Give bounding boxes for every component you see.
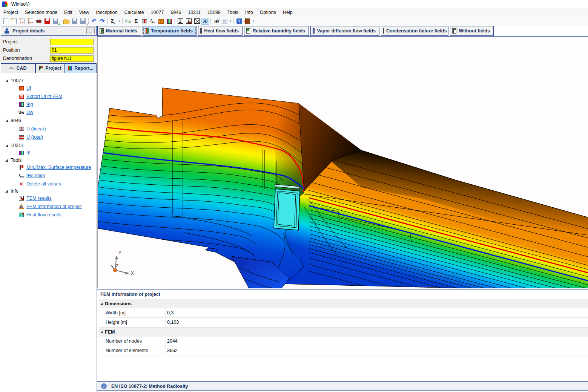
row-number-of-nodes: Number of nodes2044 — [106, 337, 588, 346]
winiso-logo-icon — [2, 2, 8, 7]
menu-inscription[interactable]: Inscription — [93, 9, 121, 16]
tree-group-tools[interactable]: Tools — [5, 156, 21, 164]
window-spacer-box — [274, 184, 300, 230]
fit-view-arrows-icon[interactable]: ⇱⇲ — [124, 17, 132, 25]
position-input[interactable]: 01 — [50, 47, 94, 54]
menu-view[interactable]: View — [76, 9, 93, 16]
fem-panel-title: FEM information of project — [97, 289, 588, 299]
new-project-document-icon[interactable]: ✶ — [10, 17, 18, 25]
view-3d-icon[interactable]: 3D — [201, 17, 209, 25]
title-bar: WinIso® — [0, 0, 588, 8]
tab-relative-humidity-fields[interactable]: Relative humidity fields — [244, 26, 309, 36]
group-fem[interactable]: FEM — [99, 327, 588, 337]
material-box-icon[interactable] — [157, 17, 165, 25]
project-input[interactable] — [50, 39, 94, 45]
status-bar: i EN ISO 10077-2: Method Radiosity — [97, 381, 588, 391]
tab-temperature-fields[interactable]: Temperature fields — [143, 26, 197, 36]
group-dimensions[interactable]: Dimensions — [99, 299, 588, 308]
vapor-diffusion-flow-fields-icon — [313, 28, 315, 34]
save-edit-icon[interactable]: ∕ — [79, 17, 87, 25]
menu-tools[interactable]: Tools — [224, 9, 242, 16]
tree-item-psi[interactable]: Ψ — [18, 149, 30, 157]
frsi-toolbar-icon[interactable]: fRsi — [149, 17, 157, 25]
svg-text:Z: Z — [116, 263, 118, 268]
tree-group-10211[interactable]: 10211 — [5, 142, 23, 149]
isolines-icon[interactable]: ʜ̸ʜ̸ — [212, 17, 220, 25]
u-linear-toolbar-icon[interactable] — [140, 17, 149, 25]
menu-calculate[interactable]: Calculate — [121, 9, 147, 16]
menu-bar: Project Selection mode Edit View Inscrip… — [0, 8, 588, 17]
tree-item-frsi-min[interactable]: fRsifRsi(min) — [18, 172, 45, 179]
heat-flow-fields-icon — [200, 28, 202, 34]
tree-item-fem-information-of-project[interactable]: iFEM information of project — [18, 203, 82, 210]
list-caret[interactable]: ▾ — [229, 17, 232, 25]
more-options-button[interactable]: ... — [86, 28, 95, 34]
window-title: WinIso® — [11, 2, 29, 7]
new-document-icon[interactable] — [2, 17, 10, 25]
web-document-icon[interactable]: ✶WEB — [26, 17, 35, 25]
tab-material-fields[interactable]: Material fields — [97, 26, 141, 36]
tree-group-10077[interactable]: 10077 — [5, 77, 24, 84]
mesh-icon[interactable] — [193, 17, 201, 25]
project-details-title: Project details — [12, 28, 86, 34]
tab-project[interactable]: Project — [35, 63, 65, 73]
tree-item-export-uf-ift-fem[interactable]: iftExport Uf ift FEM — [18, 93, 62, 100]
fem-calc-2-icon[interactable]: Σ — [184, 17, 193, 25]
fem-3d-viewport[interactable]: Y X Z — [97, 37, 588, 288]
sum-z-caret[interactable]: ▾ — [117, 17, 121, 25]
tree-group-6946[interactable]: 6946 — [5, 117, 21, 124]
toolbar-caret[interactable]: ▾ — [252, 17, 255, 25]
menu-help[interactable]: Help — [279, 9, 296, 16]
menu-edit[interactable]: Edit — [61, 9, 76, 16]
tree-item-uf[interactable]: Uf — [18, 84, 31, 92]
save-icon[interactable] — [71, 17, 79, 25]
menu-project[interactable]: Project — [0, 9, 21, 16]
list-disabled-icon — [220, 17, 229, 25]
sum-z-icon[interactable]: Σz — [109, 17, 117, 25]
fem-3d-view: Y X Z — [98, 37, 588, 288]
redo-icon[interactable]: ↷ — [98, 17, 106, 25]
tree-item-u-linear[interactable]: U (linear) — [18, 125, 46, 133]
tab-heat-flow-fields[interactable]: Heat flow fields — [198, 26, 243, 36]
menu-10077[interactable]: 10077 — [147, 9, 167, 16]
menu-info[interactable]: Info — [242, 9, 256, 16]
help-icon[interactable]: ? — [235, 17, 243, 25]
fem-calc-1-icon[interactable]: Σ — [176, 17, 184, 25]
tree-item-min-max-surface-temperature[interactable]: Min./Max. Surface temperature — [18, 164, 91, 171]
tree-item-uw[interactable]: UwUw — [18, 109, 33, 116]
tab-without-fields[interactable]: Without fields — [450, 26, 494, 36]
tab-vapor-diffusion-flow-fields[interactable]: Vapor diffusion flow fields — [310, 26, 379, 36]
tree-item-delete-all-values[interactable]: ✕Delete all values — [18, 180, 61, 188]
menu-options[interactable]: Options — [256, 9, 279, 16]
tree-item-fem-results[interactable]: ΣFEM results — [18, 194, 52, 202]
menu-10211[interactable]: 10211 — [184, 9, 204, 16]
menu-6946[interactable]: 6946 — [167, 9, 184, 16]
tree-item-psi-g[interactable]: Ψg — [18, 101, 33, 108]
denomination-input[interactable]: figure h11 — [50, 55, 94, 62]
sum-icon[interactable]: Σ — [132, 17, 140, 25]
undo-icon[interactable]: ↶ — [90, 17, 98, 25]
open-folder-icon[interactable] — [62, 17, 71, 25]
cad-document-icon[interactable]: ✶CAD — [18, 17, 26, 25]
status-text: EN ISO 10077-2: Method Radiosity — [111, 384, 188, 389]
save-add-icon[interactable]: + — [51, 17, 60, 25]
menu-selection-mode[interactable]: Selection mode — [21, 9, 61, 16]
axis-triad — [111, 256, 129, 275]
toolbar: ✶ ✶CAD ✶WEB + ∕ ↶ ↷ Σz ▾ ⇱⇲ Σ fRsi Σ Σ 3… — [0, 17, 588, 26]
person-icon — [4, 28, 9, 34]
search-binoculars-icon[interactable] — [35, 17, 43, 25]
tab-condensation-failure-fields[interactable]: Condensation failure fields — [381, 26, 448, 36]
tree-group-info[interactable]: Info — [5, 187, 18, 195]
tab-report[interactable]: Report... — [65, 63, 97, 73]
menu-15099[interactable]: 15099 — [204, 9, 224, 16]
row-width: Width [m]0,3 — [106, 308, 588, 318]
panel-tab-strip: ᶜᴬᴅCAD Project Report... — [1, 63, 97, 73]
tree-item-u-total[interactable]: U (total) — [18, 133, 43, 141]
exit-icon[interactable] — [243, 17, 252, 25]
tree-item-heat-flow-results[interactable]: Heat flow results — [18, 211, 61, 219]
material-fields-icon — [100, 28, 104, 34]
project-details-form: Project Position 01 Denomination figure … — [0, 36, 97, 63]
tab-cad[interactable]: ᶜᴬᴅCAD — [1, 63, 35, 73]
save-red-icon[interactable] — [43, 17, 51, 25]
layer-stripes-icon[interactable] — [165, 17, 173, 25]
